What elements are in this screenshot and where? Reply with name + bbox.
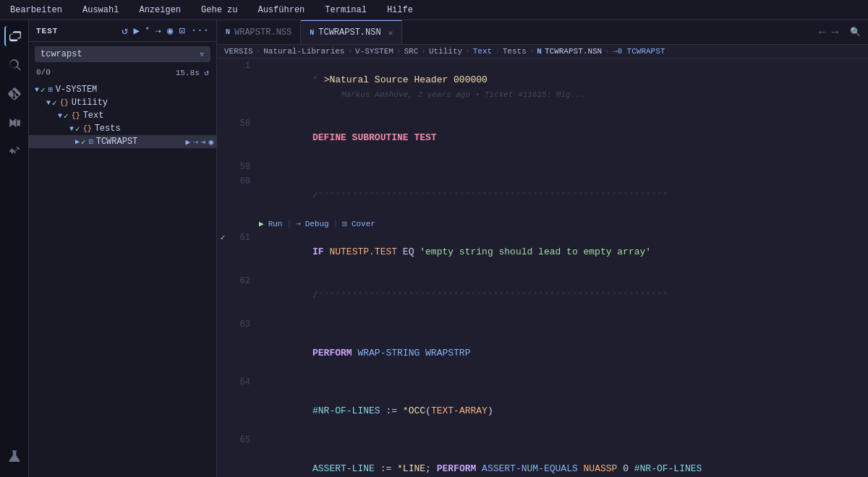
tree-item-utility[interactable]: ▼ ✓ {} Utility [29,96,216,109]
activity-bar [0,20,29,477]
eye-tree-icon[interactable]: ◉ [208,137,213,147]
cover-icon-1[interactable]: ⊡ [342,218,347,230]
tab-close-tcwrapst[interactable]: ✕ [388,28,393,38]
breadcrumb-n-letter: N [537,47,542,56]
code-line-59: 59 [217,160,868,174]
expand-arrow-text: ▼ [58,112,62,120]
activity-run-icon[interactable] [4,113,25,133]
check-icon-text: ✓ [64,111,69,121]
breadcrumb-tcwrapst-ref[interactable]: →0 TCWRAPST [613,47,665,56]
cover-label-1[interactable]: Cover [352,218,375,230]
tab-wrapstr[interactable]: N WRAPSTR.NSS [217,20,301,44]
tab-label-tcwrapst: TCWRAPST.NSN [318,27,380,38]
menu-item-anzeigen[interactable]: Anzeigen [135,4,185,17]
breadcrumb-tcwrapst[interactable]: TCWRAPST.NSN [545,47,602,56]
activity-explorer-icon[interactable] [4,26,25,46]
tab-letter-wrapstr: N [226,28,230,36]
activity-search-icon[interactable] [4,55,25,75]
breadcrumb-versis[interactable]: VERSIS [224,47,253,56]
breadcrumb-vsystem[interactable]: V-SYSTEM [355,47,393,56]
tree-item-vsystem[interactable]: ▼ ✓ ⊞ V-SYSTEM [29,83,216,96]
breadcrumb: VERSIS › Natural-Libraries › V-SYSTEM › … [217,45,868,59]
tree-label-tcwrapst: TCWRAPST [96,137,186,147]
breadcrumb-tests[interactable]: Tests [503,47,527,56]
menu-item-gehe-zu[interactable]: Gehe zu [197,4,242,17]
sidebar-header: TEST ↺ ▶ ▾ ⇢ ◉ ⊡ ··· [29,20,216,42]
result-count: 0/0 [36,68,51,77]
time-result: 15.8s ↺ [176,68,209,77]
debug-icon[interactable]: ⇢ [155,25,161,37]
code-line-58: 58 DEFINE SUBROUTINE TEST [217,116,868,160]
search-bar: ▿ [35,46,210,62]
run-tree-icon[interactable]: ▶ [186,137,191,147]
tab-tcwrapst[interactable]: N TCWRAPST.NSN ✕ [301,20,402,44]
debug-tree-icon[interactable]: ⇢ [193,137,198,147]
sidebar-toolbar: ↺ ▶ ▾ ⇢ ◉ ⊡ ··· [122,25,209,37]
expand-arrow-utility: ▼ [46,99,51,107]
expand-arrow-tcwrapst: ▶ [75,137,80,146]
view-icon[interactable]: ⊡ [179,25,184,37]
run-triangle-1[interactable]: ▶ [259,218,264,230]
sidebar-title: TEST [36,27,58,35]
code-line-62: 62 /************************************… [217,274,868,317]
code-area[interactable]: 1 * >Natural Source Header 000000 Markus… [217,59,868,477]
tree-icon-module: ⊞ [48,85,53,94]
run-dropdown-icon[interactable]: ▾ [145,25,149,37]
main-layout: TEST ↺ ▶ ▾ ⇢ ◉ ⊡ ··· ▿ 0/0 15.8s ↺ [0,20,868,477]
tree-label-text: Text [83,111,213,121]
check-icon-tcwrapst: ✓ [81,137,86,147]
activity-flask-icon[interactable] [4,445,25,465]
code-line-1: 1 * >Natural Source Header 000000 Markus… [217,59,868,116]
check-icon-vsystem: ✓ [41,85,46,95]
menu-item-bearbeiten[interactable]: Bearbeiten [6,4,67,17]
debug-label-1[interactable]: Debug [305,218,329,230]
more-icon[interactable]: ··· [191,25,209,37]
braces-icon-text: {} [72,112,80,120]
tab-letter-tcwrapst: N [310,29,314,37]
menu-item-terminal[interactable]: Terminal [320,4,371,17]
step-tree-icon[interactable]: ⇥ [201,137,206,147]
breadcrumb-natural[interactable]: Natural-Libraries [263,47,344,56]
menu-item-hilfe[interactable]: Hilfe [383,4,417,17]
code-line-61: ✓ 61 IF NUTESTP.TEST EQ 'empty string sh… [217,231,868,274]
filter-icon[interactable]: ▿ [199,48,205,60]
breadcrumb-src[interactable]: SRC [404,47,418,56]
tree-label-tests: Tests [95,124,213,134]
search-editor-icon[interactable]: 🔍 [850,27,861,38]
tree-actions-tcwrapst: ▶ ⇢ ⇥ ◉ [186,137,214,147]
tab-spacer: ← → 🔍 [402,20,868,44]
tree-item-text[interactable]: ▼ ✓ {} Text [29,109,216,122]
breadcrumb-text[interactable]: Text [473,47,492,56]
tree-item-tests[interactable]: ▼ ✓ {} Tests [29,122,216,135]
check-icon-tests: ✓ [75,124,80,134]
menu-bar: Bearbeiten Auswahl Anzeigen Gehe zu Ausf… [0,0,868,20]
menu-item-auswahl[interactable]: Auswahl [78,4,123,17]
sidebar: TEST ↺ ▶ ▾ ⇢ ◉ ⊡ ··· ▿ 0/0 15.8s ↺ [29,20,217,477]
run-icon[interactable]: ▶ [134,25,140,37]
check-icon-utility: ✓ [52,98,57,108]
nav-forward-icon[interactable]: → [831,26,838,39]
search-input[interactable] [41,49,195,59]
refresh-icon[interactable]: ↺ [122,25,127,37]
debug-icon-1[interactable]: ⇢ [296,218,301,230]
activity-git-icon[interactable] [4,84,25,104]
breadcrumb-utility[interactable]: Utility [429,47,462,56]
mini-refresh-icon[interactable]: ↺ [204,69,209,77]
activity-extensions-icon[interactable] [4,142,25,162]
menu-item-ausfuhren[interactable]: Ausführen [253,4,309,17]
editor-area: N WRAPSTR.NSS N TCWRAPST.NSN ✕ ← → 🔍 VER… [217,20,868,477]
braces-icon-tests: {} [83,125,92,133]
tree-label-utility: Utility [72,98,213,108]
expand-arrow-vsystem: ▼ [35,86,39,94]
run-label-1[interactable]: Run [268,218,283,230]
code-line-64: 64 #NR-OF-LINES := *OCC(TEXT-ARRAY) [217,375,868,433]
tab-label-wrapstr: WRAPSTR.NSS [234,27,292,38]
search-result: 0/0 15.8s ↺ [29,66,216,80]
tree-item-tcwrapst[interactable]: ▶ ✓ ⊡ TCWRAPST ▶ ⇢ ⇥ ◉ [29,135,216,148]
editor-tabs: N WRAPSTR.NSS N TCWRAPST.NSN ✕ ← → 🔍 [217,20,868,45]
nav-back-icon[interactable]: ← [819,26,826,39]
watch-icon[interactable]: ◉ [167,25,173,37]
tree-label-vsystem: V-SYSTEM [56,85,213,95]
code-line-65: 65 ASSERT-LINE := *LINE; PERFORM ASSERT-… [217,433,868,477]
check-sub-icon-tcwrapst: ⊡ [89,137,93,146]
